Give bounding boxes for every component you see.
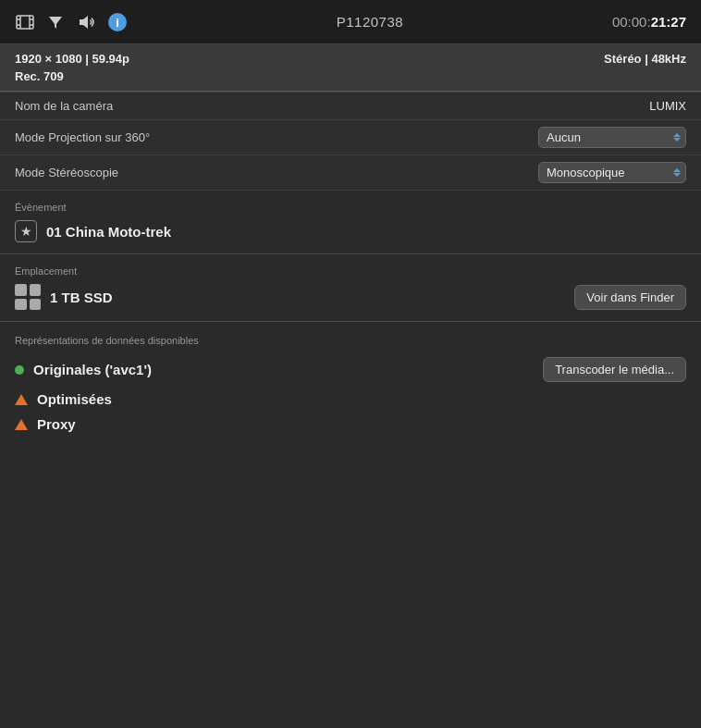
info-icon[interactable]: i [107, 12, 128, 32]
camera-name-value: LUMIX [649, 99, 686, 113]
clip-id: P1120738 [337, 14, 403, 30]
settings-table: Nom de la caméra LUMIX Mode Projection s… [0, 92, 701, 191]
toolbar-left: i [15, 12, 128, 32]
rep-label-proxy: Proxy [37, 416, 76, 432]
star-icon: ★ [15, 220, 37, 242]
rep-row-optimisees: Optimisées [15, 391, 686, 407]
projection-label: Mode Projection sur 360° [15, 130, 150, 144]
svg-marker-7 [49, 17, 62, 29]
grid-cell-4 [30, 299, 42, 311]
green-dot-icon [15, 365, 24, 375]
stereo-select-wrap: Monoscopique Stéréoscopique [538, 162, 686, 183]
stereo-select[interactable]: Monoscopique Stéréoscopique [538, 162, 686, 183]
info-bar: 1920 × 1080 | 59.94p Stéréo | 48kHz Rec.… [0, 44, 701, 92]
projection-select-wrap: Aucun Équirectangulaire Cubique [538, 127, 686, 148]
orange-triangle-icon-2 [15, 419, 28, 430]
representations-title: Représentations de données disponibles [15, 335, 686, 346]
location-title: Emplacement [15, 265, 686, 277]
svg-rect-0 [17, 16, 33, 29]
event-title: Évènement [15, 202, 686, 213]
resolution-framerate: 1920 × 1080 | 59.94p [15, 52, 129, 66]
rep-label-originales: Originales ('avc1') [33, 362, 152, 377]
event-name: 01 China Moto-trek [46, 224, 171, 240]
location-content: 1 TB SSD Voir dans Finder [15, 284, 686, 310]
speaker-icon[interactable] [76, 12, 96, 32]
svg-text:i: i [116, 15, 119, 29]
location-left: 1 TB SSD [15, 284, 113, 310]
rep-left-proxy: Proxy [15, 416, 76, 432]
info-bar-row-1: 1920 × 1080 | 59.94p Stéréo | 48kHz [15, 52, 686, 66]
camera-name-row: Nom de la caméra LUMIX [0, 93, 701, 120]
camera-name-label: Nom de la caméra [15, 99, 113, 113]
timecode: 00:00:21:27 [612, 14, 686, 30]
info-bar-row-2: Rec. 709 [15, 69, 686, 83]
rep-row-originales: Originales ('avc1') Transcoder le média.… [15, 357, 686, 382]
rep-left-optimisees: Optimisées [15, 391, 112, 407]
finder-button[interactable]: Voir dans Finder [574, 285, 686, 310]
toolbar: i P1120738 00:00:21:27 [0, 0, 701, 44]
orange-triangle-icon-1 [15, 394, 28, 405]
rep-left-originales: Originales ('avc1') [15, 362, 152, 377]
grid-icon [15, 284, 41, 310]
grid-cell-2 [30, 284, 42, 296]
event-section: Évènement ★ 01 China Moto-trek [0, 191, 701, 253]
stereo-row: Mode Stéréoscopie Monoscopique Stéréosco… [0, 155, 701, 191]
rep-label-optimisees: Optimisées [37, 391, 112, 407]
event-content: ★ 01 China Moto-trek [15, 220, 686, 242]
svg-marker-8 [80, 16, 88, 29]
location-section: Emplacement 1 TB SSD Voir dans Finder [0, 254, 701, 321]
filter-icon[interactable] [46, 13, 65, 31]
audio-info: Stéréo | 48kHz [604, 52, 686, 66]
grid-cell-3 [15, 299, 27, 311]
projection-select[interactable]: Aucun Équirectangulaire Cubique [538, 127, 686, 148]
grid-cell-1 [15, 284, 27, 296]
rep-row-proxy: Proxy [15, 416, 686, 432]
transcode-button[interactable]: Transcoder le média... [543, 357, 686, 382]
representations-section: Représentations de données disponibles O… [0, 322, 701, 452]
film-icon[interactable] [15, 12, 35, 32]
stereo-label: Mode Stéréoscopie [15, 166, 118, 179]
projection-row: Mode Projection sur 360° Aucun Équirecta… [0, 120, 701, 155]
colorspace: Rec. 709 [15, 69, 64, 83]
location-name: 1 TB SSD [50, 290, 113, 305]
